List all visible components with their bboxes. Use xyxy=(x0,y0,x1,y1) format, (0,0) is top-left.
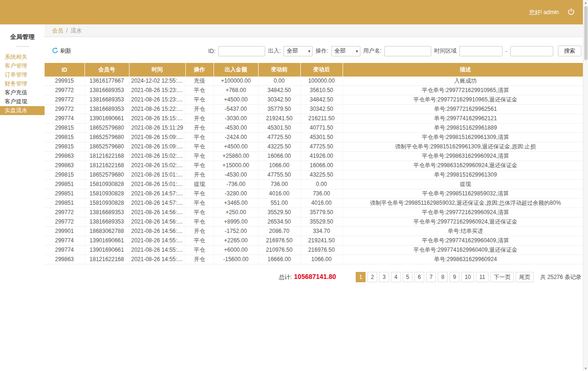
page-button-11[interactable]: 11 xyxy=(476,272,488,282)
sidebar-item-系统相关[interactable]: 系统相关 xyxy=(0,53,45,62)
page-button-9[interactable]: 9 xyxy=(450,272,459,282)
last-page-button[interactable]: 尾页 xyxy=(516,272,534,282)
table-row: 299772138166893532021-08-26 14:56:53平仓+8… xyxy=(45,217,588,227)
table-body: 299915136161776672024-12-02 12:55:47充值+1… xyxy=(45,77,588,264)
table-cell: -3030.00 xyxy=(214,114,258,124)
page-button-4[interactable]: 4 xyxy=(391,272,401,282)
table-cell: 43225.50 xyxy=(300,170,343,180)
sidebar-title: 全局管理 xyxy=(0,30,45,43)
table-cell: 551.00 xyxy=(258,199,300,208)
inout-select[interactable]: 全部 ▾ xyxy=(283,46,313,56)
table-cell: +4500.00 xyxy=(214,142,258,152)
table-cell: 299815 xyxy=(45,170,84,180)
table-cell: 30342.50 xyxy=(300,105,343,114)
sidebar-item-客户提现[interactable]: 客户提现 xyxy=(0,97,45,106)
breadcrumb-separator: / xyxy=(66,27,68,34)
table-cell: +2265.00 xyxy=(214,236,258,246)
id-input[interactable] xyxy=(218,46,265,56)
record-count: 共 25276 条记录 xyxy=(540,273,581,281)
table-cell: 平仓单号:2997741629960409,退还保证金 xyxy=(343,246,588,255)
sidebar-item-客户充值[interactable]: 客户充值 xyxy=(0,88,45,97)
page-button-3[interactable]: 3 xyxy=(379,272,389,282)
table-cell: 开仓 xyxy=(185,124,214,133)
username-input[interactable] xyxy=(384,46,431,56)
page-button-7[interactable]: 7 xyxy=(426,272,436,282)
sidebar-item-客户管理[interactable]: 客户管理 xyxy=(0,62,45,70)
table-cell: 13616177667 xyxy=(84,77,129,86)
table-cell: 平仓 xyxy=(185,161,214,170)
flow-table: ID会员号时间操作出入金额变动前变动后描述 299915136161776672… xyxy=(45,63,588,264)
table-cell: 单号:2997721629962561 xyxy=(343,105,588,114)
sidebar-item-财务管理[interactable]: 财务管理 xyxy=(0,79,45,88)
table-cell: 736.00 xyxy=(300,189,343,199)
table-cell: 单号:结单买进 xyxy=(343,227,588,236)
table-cell: 开仓 xyxy=(185,227,214,236)
total-summary: 总计: 105687141.80 xyxy=(279,273,336,281)
table-cell: 提现 xyxy=(343,180,588,189)
table-cell: 开仓 xyxy=(185,170,214,180)
column-header-变动前: 变动前 xyxy=(258,63,300,77)
page-button-1[interactable]: 1 xyxy=(356,272,366,282)
page-button-6[interactable]: 6 xyxy=(414,272,424,282)
table-cell: -3280.00 xyxy=(214,189,258,199)
table-cell: 35779.50 xyxy=(258,105,300,114)
column-header-ID: ID xyxy=(45,63,84,77)
table-cell: 1066.00 xyxy=(258,161,300,170)
table-cell: -5437.00 xyxy=(214,105,258,114)
toolbar: 刷新 ID: 出入: 全部 ▾ 操作: 全部 ▾ 用户名: 时间区域 xyxy=(45,37,588,63)
table-cell: 299772 xyxy=(45,86,84,95)
search-button[interactable]: 搜索 xyxy=(558,46,581,56)
table-cell: 2021-08-26 15:11:29 xyxy=(129,124,185,133)
table-cell: 2021-08-26 14:55:54 xyxy=(129,236,185,246)
page-button-5[interactable]: 5 xyxy=(403,272,412,282)
total-label: 总计: xyxy=(279,273,291,281)
time-start-input[interactable] xyxy=(459,46,503,56)
table-row: 299772138166893532021-08-26 15:23:09平仓+7… xyxy=(45,86,588,95)
table-cell: 299863 xyxy=(45,255,84,264)
table-cell: 强制平仓单号:2998151629961309,退还保证金,原因:止损 xyxy=(343,142,588,152)
table-cell: 平仓 xyxy=(185,152,214,161)
table-cell: 35529.50 xyxy=(258,208,300,217)
vertical-scrollbar[interactable]: ▲ ▼ xyxy=(583,0,588,371)
table-cell: 13901690661 xyxy=(84,114,129,124)
table-cell: 平仓 xyxy=(185,236,214,246)
table-row: 299815186525796802021-08-26 15:11:29开仓-4… xyxy=(45,124,588,133)
table-cell: 18652579680 xyxy=(84,133,129,142)
table-row: 299851158109308282021-08-26 14:57:53平仓+3… xyxy=(45,199,588,208)
time-end-input[interactable] xyxy=(510,46,553,56)
scroll-down-icon[interactable]: ▼ xyxy=(584,366,588,371)
table-row: 299815186525796802021-08-26 15:09:47平仓-2… xyxy=(45,133,588,142)
next-page-button[interactable]: 下一页 xyxy=(490,272,514,282)
sidebar-item-实盘流水[interactable]: 实盘流水 xyxy=(0,106,45,115)
table-cell: +8995.00 xyxy=(214,217,258,227)
table-row: 299851158109308282021-08-26 14:57:53平仓-3… xyxy=(45,189,588,199)
table-cell: 40771.50 xyxy=(300,124,343,133)
table-cell: 299774 xyxy=(45,236,84,246)
table-cell: 2021-08-26 15:01:49 xyxy=(129,170,185,180)
table-cell: 216211.50 xyxy=(300,114,343,124)
sidebar-item-订单管理[interactable]: 订单管理 xyxy=(0,70,45,79)
table-row: 299815186525796802021-08-26 15:01:49开仓-4… xyxy=(45,170,588,180)
page-button-8[interactable]: 8 xyxy=(438,272,448,282)
chevron-down-icon: ▾ xyxy=(356,49,358,54)
table-cell: 299901 xyxy=(45,227,84,236)
breadcrumb-link-member[interactable]: 会员 xyxy=(52,27,63,35)
table-cell: 平仓 xyxy=(185,217,214,227)
table-cell: 30342.50 xyxy=(258,95,300,105)
scrollbar-thumb[interactable] xyxy=(584,6,588,60)
timerange-label: 时间区域 xyxy=(434,47,457,55)
table-row: 299774139016906612021-08-26 14:55:54平仓+2… xyxy=(45,236,588,246)
table-cell: -736.00 xyxy=(214,180,258,189)
table-cell: +3465.00 xyxy=(214,199,258,208)
table-cell: 2021-08-26 15:02:17 xyxy=(129,152,185,161)
pagination: 1234567891011下一页尾页 xyxy=(356,272,534,282)
refresh-icon xyxy=(52,47,58,55)
table-row: 299772138166893532021-08-26 15:22:41开仓-5… xyxy=(45,105,588,114)
logout-button[interactable] xyxy=(567,8,575,17)
page-button-10[interactable]: 10 xyxy=(461,272,474,282)
refresh-button[interactable]: 刷新 xyxy=(52,47,71,55)
scroll-up-icon[interactable]: ▲ xyxy=(584,0,588,5)
page-button-2[interactable]: 2 xyxy=(367,272,377,282)
action-select[interactable]: 全部 ▾ xyxy=(331,46,360,56)
table-cell: 平仓单号:2997721629960924,退还保证金 xyxy=(343,217,588,227)
